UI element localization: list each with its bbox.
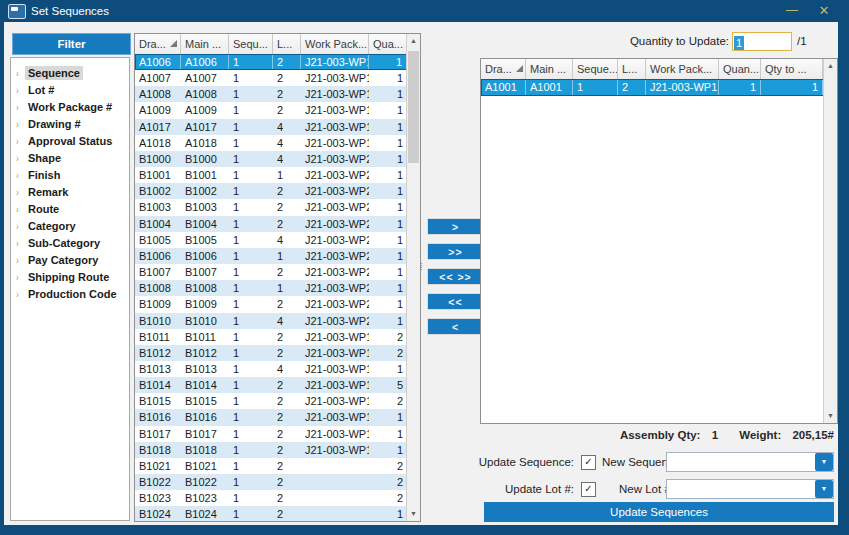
close-icon[interactable]: ✕ [809,0,839,22]
table-row[interactable]: B1012B101212J21-003-WP12 [135,345,407,361]
table-row[interactable]: A1018A101814J21-003-WP11 [135,135,407,151]
transfer-left-button[interactable]: < [427,318,484,335]
table-row[interactable]: B1014B101412J21-003-WP15 [135,377,407,393]
chevron-right-icon[interactable]: › [16,184,24,201]
table-cell: 1 [369,426,407,442]
table-row[interactable]: A1006A100612J21-003-WP11 [135,54,407,70]
chevron-right-icon[interactable]: › [16,201,24,218]
column-header[interactable]: Main ... [526,59,573,79]
chevron-right-icon[interactable]: › [16,252,24,269]
table-row[interactable]: B1002B100212J21-003-WP21 [135,183,407,199]
chevron-right-icon[interactable]: › [16,82,24,99]
scroll-down-icon[interactable]: ▼ [824,409,837,423]
table-cell: B1015 [181,393,229,409]
table-row[interactable]: A1009A100912J21-003-WP11 [135,102,407,118]
table-row[interactable]: B1009B100912J21-003-WP21 [135,296,407,312]
table-row[interactable]: B1016B101612J21-003-WP11 [135,409,407,425]
table-row[interactable]: B1000B100014J21-003-WP21 [135,151,407,167]
filter-tree-item[interactable]: ›Finish [11,165,129,182]
scrollbar-thumb[interactable] [408,51,419,163]
table-cell: B1004 [135,216,181,232]
table-row[interactable]: B1006B100611J21-003-WP21 [135,248,407,264]
table-row[interactable]: B1008B100811J21-003-WP21 [135,280,407,296]
table-row[interactable]: A1007A100712J21-003-WP11 [135,70,407,86]
filter-tree-item[interactable]: ›Approval Status [11,131,129,148]
filter-tree-item[interactable]: ›Remark [11,182,129,199]
chevron-right-icon[interactable]: › [16,99,24,116]
column-header[interactable]: Dra... [135,34,181,54]
chevron-right-icon[interactable]: › [16,116,24,133]
filter-tree-item[interactable]: ›Sub-Category [11,233,129,250]
column-header[interactable]: Main ... [181,34,229,54]
table-row[interactable]: A1008A100812J21-003-WP11 [135,86,407,102]
target-table-scrollbar[interactable]: ▲ ▼ [823,59,837,423]
chevron-right-icon[interactable]: › [16,235,24,252]
filter-tree-item[interactable]: ›Shipping Route [11,267,129,284]
table-cell: B1014 [135,377,181,393]
new-lot-dropdown[interactable]: ▼ [666,479,834,499]
filter-tree-item[interactable]: ›Category [11,216,129,233]
chevron-down-icon[interactable]: ▼ [815,480,833,498]
scroll-down-icon[interactable]: ▼ [407,507,420,521]
scroll-up-icon[interactable]: ▲ [407,34,420,48]
update-sequences-button[interactable]: Update Sequences [484,502,834,522]
table-cell: A1018 [181,135,229,151]
new-sequence-dropdown[interactable]: ▼ [666,452,834,472]
chevron-right-icon[interactable]: › [16,65,24,82]
filter-tree-item[interactable]: ›Production Code [11,284,129,301]
chevron-right-icon[interactable]: › [16,133,24,150]
chevron-right-icon[interactable]: › [16,286,24,303]
table-row[interactable]: B1010B101014J21-003-WP21 [135,313,407,329]
transfer-all-right-button[interactable]: >> [427,243,484,260]
transfer-swap-all-button[interactable]: << >> [427,268,484,285]
source-table-scrollbar[interactable]: ▲ ▼ [406,34,420,521]
table-row[interactable]: B1004B100412J21-003-WP21 [135,216,407,232]
column-header[interactable]: L... [618,59,646,79]
update-lot-checkbox[interactable]: ✓ [581,482,596,497]
table-row[interactable]: A1017A101714J21-003-WP11 [135,119,407,135]
scroll-up-icon[interactable]: ▲ [824,59,837,73]
splitter-handle[interactable]: ⁞ [420,265,425,283]
filter-tree-item[interactable]: ›Route [11,199,129,216]
table-row[interactable]: B1007B100712J21-003-WP21 [135,264,407,280]
table-row[interactable]: A1001A100112J21-003-WP111 [481,79,824,96]
filter-tree-item[interactable]: ›Shape [11,148,129,165]
chevron-down-icon[interactable]: ▼ [815,453,833,471]
table-row[interactable]: B1024B1024121 [135,506,407,521]
column-header[interactable]: Qty to ... [761,59,823,79]
filter-tree-item[interactable]: ›Sequence [11,63,129,80]
table-row[interactable]: B1005B100514J21-003-WP21 [135,232,407,248]
column-header[interactable]: L... [273,34,301,54]
filter-tree-item[interactable]: ›Lot # [11,80,129,97]
filter-button[interactable]: Filter [12,33,131,55]
filter-tree-item[interactable]: ›Pay Category [11,250,129,267]
chevron-right-icon[interactable]: › [16,150,24,167]
column-header[interactable]: Dra... [481,59,526,79]
column-header[interactable]: Quan... [719,59,761,79]
transfer-right-button[interactable]: > [427,218,484,235]
column-header[interactable]: Work Pack... [646,59,719,79]
chevron-right-icon[interactable]: › [16,218,24,235]
quantity-to-update-input[interactable]: 1 [732,32,792,51]
column-header[interactable]: Work Pack... [301,34,369,54]
column-header[interactable]: Sequ... [229,34,273,54]
table-row[interactable]: B1017B101712J21-003-WP11 [135,426,407,442]
table-row[interactable]: B1013B101314J21-003-WP11 [135,361,407,377]
table-cell: 1 [273,280,301,296]
table-row[interactable]: B1015B101512J21-003-WP12 [135,393,407,409]
minimize-button[interactable]: — [777,0,807,22]
column-header[interactable]: Qua... [369,34,407,54]
update-sequence-checkbox[interactable]: ✓ [581,455,596,470]
table-row[interactable]: B1001B100111J21-003-WP21 [135,167,407,183]
chevron-right-icon[interactable]: › [16,269,24,286]
filter-tree-item[interactable]: ›Drawing # [11,114,129,131]
table-cell: 1 [229,119,273,135]
table-cell: 1 [369,151,407,167]
table-row[interactable]: B1003B100312J21-003-WP21 [135,199,407,215]
table-row[interactable]: B1011B101112J21-003-WP12 [135,329,407,345]
transfer-all-left-button[interactable]: << [427,293,484,310]
filter-tree-item[interactable]: ›Work Package # [11,97,129,114]
table-cell: 1 [369,361,407,377]
chevron-right-icon[interactable]: › [16,167,24,184]
column-header[interactable]: Seque... [573,59,618,79]
